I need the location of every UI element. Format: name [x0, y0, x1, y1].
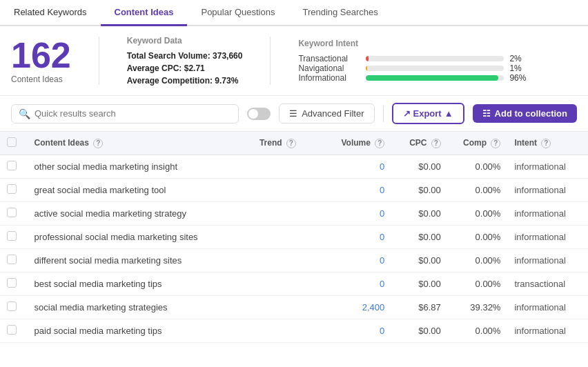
help-icon-cpc[interactable]: ? [431, 139, 441, 148]
row-checkbox-cell [0, 272, 28, 296]
intent-bar-fill [366, 75, 498, 81]
intent-pct: 1% [509, 63, 529, 73]
tab-trending-searches[interactable]: Trending Searches [288, 0, 391, 26]
row-keyword: active social media marketing strategy [28, 202, 253, 226]
row-intent: informational [507, 249, 588, 272]
total-search-volume-row: Total Search Volume: 373,660 [127, 51, 243, 61]
keyword-data-title: Keyword Data [127, 36, 243, 46]
row-cpc: $6.87 [391, 296, 448, 319]
row-comp: 0.00% [448, 319, 508, 343]
tab-popular-questions[interactable]: Popular Questions [187, 0, 288, 26]
row-checkbox[interactable] [7, 161, 17, 170]
row-comp: 39.32% [448, 296, 508, 319]
row-cpc: $0.00 [391, 319, 448, 343]
intent-bar-fill [366, 66, 367, 71]
add-to-collection-button[interactable]: ☷ Add to collection [473, 104, 577, 123]
row-intent: informational [507, 226, 588, 249]
row-cpc: $0.00 [391, 249, 448, 272]
export-icon: ↗ [403, 108, 411, 119]
intent-row-navigational: Navigational 1% [298, 63, 577, 73]
intent-row-transactional: Transactional 2% [298, 54, 577, 63]
content-ideas-table: Content Ideas ? Trend ? Volume ? CPC ? C… [0, 132, 588, 343]
count-block: 162 Content Ideas [11, 37, 71, 84]
row-intent: informational [507, 202, 588, 226]
export-chevron-icon: ▲ [444, 108, 453, 119]
table-header: Content Ideas ? Trend ? Volume ? CPC ? C… [0, 132, 588, 155]
average-competition-value: 9.73% [215, 76, 238, 86]
table-container: Content Ideas ? Trend ? Volume ? CPC ? C… [0, 132, 588, 367]
row-comp: 0.00% [448, 179, 508, 202]
row-checkbox[interactable] [7, 208, 17, 217]
help-icon-volume[interactable]: ? [375, 139, 384, 148]
tab-related-keywords[interactable]: Related Keywords [0, 0, 101, 26]
row-volume: 0 [325, 202, 391, 226]
select-all-checkbox[interactable] [7, 137, 17, 147]
search-input[interactable] [35, 108, 231, 119]
row-checkbox-cell [0, 155, 28, 179]
tabs-nav: Related Keywords Content Ideas Popular Q… [0, 0, 588, 26]
help-icon-intent[interactable]: ? [541, 139, 551, 148]
help-icon-trend[interactable]: ? [286, 139, 296, 148]
row-cpc: $0.00 [391, 179, 448, 202]
search-icon: 🔍 [19, 108, 30, 119]
th-cpc: CPC ? [391, 132, 448, 155]
row-intent: informational [507, 319, 588, 343]
content-ideas-count: 162 [11, 37, 71, 73]
help-icon-content-ideas[interactable]: ? [93, 139, 103, 148]
row-checkbox[interactable] [7, 278, 17, 288]
advanced-filter-label: Advanced Filter [302, 108, 364, 119]
row-checkbox[interactable] [7, 231, 17, 241]
intent-pct: 2% [509, 54, 529, 63]
row-checkbox[interactable] [7, 184, 17, 194]
intent-bar-bg [366, 66, 504, 71]
keyword-intent-block: Keyword Intent Transactional 2% Navigati… [298, 39, 577, 83]
table-row: paid social media marketing tips 0 $0.00… [0, 319, 588, 343]
average-cpc-label: Average CPC: [127, 63, 182, 73]
row-trend [253, 249, 325, 272]
intent-label: Navigational [298, 63, 360, 73]
row-trend [253, 155, 325, 179]
row-intent: transactional [507, 272, 588, 296]
total-search-volume-value: 373,660 [213, 51, 242, 61]
intent-pct: 96% [509, 73, 529, 83]
row-cpc: $0.00 [391, 155, 448, 179]
row-intent: informational [507, 155, 588, 179]
toggle-control[interactable] [247, 108, 271, 120]
th-checkbox [0, 132, 28, 155]
average-cpc-row: Average CPC: $2.71 [127, 63, 243, 73]
average-competition-row: Average Competition: 9.73% [127, 76, 243, 86]
row-checkbox[interactable] [7, 255, 17, 264]
intent-row-informational: Informational 96% [298, 73, 577, 83]
vertical-divider-2 [270, 37, 271, 85]
row-checkbox[interactable] [7, 301, 17, 311]
row-trend [253, 179, 325, 202]
table-row: great social media marketing tool 0 $0.0… [0, 179, 588, 202]
advanced-filter-button[interactable]: ☰ Advanced Filter [279, 103, 374, 123]
row-checkbox[interactable] [7, 325, 17, 335]
help-icon-comp[interactable]: ? [491, 139, 500, 148]
row-cpc: $0.00 [391, 226, 448, 249]
toggle-switch[interactable] [247, 108, 271, 120]
tab-content-ideas[interactable]: Content Ideas [101, 0, 188, 26]
row-comp: 0.00% [448, 226, 508, 249]
row-checkbox-cell [0, 226, 28, 249]
row-keyword: social media marketing strategies [28, 296, 253, 319]
row-intent: informational [507, 296, 588, 319]
table-row: professional social media marketing site… [0, 226, 588, 249]
table-row: social media marketing strategies 2,400 … [0, 296, 588, 319]
th-trend: Trend ? [253, 132, 325, 155]
table-row: different social media marketing sites 0… [0, 249, 588, 272]
summary-section: 162 Content Ideas Keyword Data Total Sea… [0, 26, 588, 96]
row-comp: 0.00% [448, 202, 508, 226]
row-trend [253, 202, 325, 226]
row-comp: 0.00% [448, 155, 508, 179]
keyword-intent-title: Keyword Intent [298, 39, 577, 48]
export-button[interactable]: ↗ Export ▲ [392, 103, 464, 124]
table-body: other social media marketing insight 0 $… [0, 155, 588, 343]
search-box[interactable]: 🔍 [11, 104, 239, 123]
row-keyword: different social media marketing sites [28, 249, 253, 272]
row-trend [253, 319, 325, 343]
add-collection-label: Add to collection [495, 108, 567, 119]
intent-label: Transactional [298, 54, 360, 63]
row-checkbox-cell [0, 296, 28, 319]
